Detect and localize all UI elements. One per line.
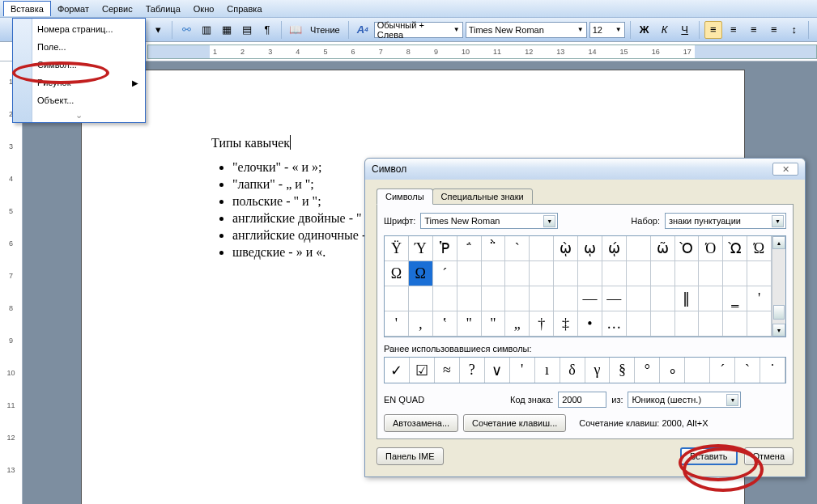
symbol-cell[interactable]: [675, 261, 700, 286]
inserttable-button[interactable]: ▦: [218, 21, 236, 39]
symbol-cell[interactable]: [482, 261, 506, 286]
menu-help[interactable]: Справка: [220, 2, 268, 16]
bold-button[interactable]: Ж: [636, 21, 653, 39]
symbol-cell[interactable]: [482, 286, 506, 311]
symbol-cell[interactable]: [457, 286, 482, 311]
symbol-cell[interactable]: [578, 261, 602, 286]
symbol-cell[interactable]: ῴ: [602, 236, 627, 261]
menu-picture[interactable]: Рисунок▶: [13, 74, 145, 91]
menu-field[interactable]: Поле...: [13, 38, 145, 56]
recent-symbol-cell[interactable]: ?: [460, 358, 485, 383]
dialog-titlebar[interactable]: Символ ✕: [365, 159, 805, 180]
symbol-cell[interactable]: ῳ: [578, 236, 602, 261]
recent-symbol-cell[interactable]: ˙: [760, 358, 785, 383]
menu-table[interactable]: Таблица: [139, 2, 187, 16]
recent-symbol-cell[interactable]: [685, 358, 710, 383]
recent-symbol-cell[interactable]: §: [610, 358, 635, 383]
symbol-cell[interactable]: [651, 286, 675, 311]
symbol-cell[interactable]: ῶ: [651, 236, 675, 261]
symbol-cell[interactable]: Ὸ: [675, 236, 700, 261]
symbol-cell[interactable]: Ὼ: [723, 236, 747, 261]
hyperlink-button[interactable]: ⚯: [177, 21, 195, 39]
symbol-cell[interactable]: [530, 236, 554, 261]
horizontal-ruler[interactable]: 1234567891011121314151617: [147, 44, 817, 59]
code-input[interactable]: 2000: [558, 392, 606, 408]
subset-dropdown[interactable]: знаки пунктуации▼: [665, 213, 786, 229]
symbol-cell[interactable]: [385, 286, 409, 311]
menu-page-numbers[interactable]: Номера страниц...: [13, 20, 145, 38]
linespacing-button[interactable]: ↕: [785, 21, 803, 39]
symbol-cell[interactable]: Ϋ: [385, 236, 409, 261]
ime-panel-button[interactable]: Панель IME: [377, 447, 444, 465]
vertical-ruler[interactable]: 12345678910111213: [0, 61, 23, 504]
borders-button[interactable]: ▥: [198, 21, 215, 39]
align-center-button[interactable]: ≡: [725, 21, 743, 39]
symbol-cell[interactable]: [554, 261, 578, 286]
symbol-cell[interactable]: †: [530, 311, 554, 337]
symbol-cell[interactable]: Ω: [385, 261, 409, 286]
symbol-cell[interactable]: [530, 261, 554, 286]
recent-symbol-cell[interactable]: °: [635, 358, 660, 383]
symbol-cell[interactable]: ´: [433, 261, 457, 286]
menu-window[interactable]: Окно: [187, 2, 221, 16]
scroll-thumb[interactable]: [773, 305, 785, 320]
recent-symbol-cell[interactable]: ı: [535, 358, 560, 383]
undo-dropdown-button[interactable]: ▾: [149, 21, 167, 39]
reading-icon[interactable]: 📖: [287, 21, 304, 39]
font-combo[interactable]: Times New Roman▼: [466, 22, 587, 38]
scroll-up-button[interactable]: ▲: [772, 236, 785, 249]
symbol-cell[interactable]: [409, 286, 433, 311]
symbol-cell[interactable]: [627, 261, 651, 286]
style-combo[interactable]: Обычный + Слева▼: [374, 22, 463, 38]
showall-button[interactable]: ¶: [258, 21, 276, 39]
symbol-cell[interactable]: [457, 261, 482, 286]
scroll-down-button[interactable]: ▼: [772, 324, 785, 337]
symbol-cell[interactable]: [699, 286, 723, 311]
symbol-cell[interactable]: [699, 311, 723, 337]
symbol-cell[interactable]: Ύ: [409, 236, 433, 261]
symbol-scrollbar[interactable]: ▲ ▼: [772, 236, 785, 337]
symbol-cell[interactable]: Ῥ: [433, 236, 457, 261]
menu-tools[interactable]: Сервис: [96, 2, 139, 16]
dialog-close-button[interactable]: ✕: [772, 163, 798, 176]
symbol-cell[interactable]: [602, 261, 627, 286]
recent-symbol-cell[interactable]: ≈: [435, 358, 460, 383]
scroll-track[interactable]: [772, 249, 785, 324]
symbol-cell[interactable]: [627, 311, 651, 337]
recent-symbol-cell[interactable]: ∘: [660, 358, 685, 383]
from-dropdown[interactable]: Юникод (шестн.)▼: [628, 392, 741, 408]
menu-format[interactable]: Формат: [51, 2, 96, 16]
symbol-cell[interactable]: [747, 311, 772, 337]
symbol-cell[interactable]: •: [578, 311, 602, 337]
symbol-cell[interactable]: Ώ: [747, 236, 772, 261]
symbol-cell[interactable]: [627, 236, 651, 261]
symbol-cell[interactable]: [723, 261, 747, 286]
menu-symbol[interactable]: Символ...: [13, 56, 145, 74]
cancel-button[interactable]: Отмена: [744, 447, 794, 465]
tab-symbols[interactable]: Символы: [377, 188, 433, 205]
shortcut-button[interactable]: Сочетание клавиш...: [463, 414, 566, 432]
styleswitch-button[interactable]: A4: [354, 21, 372, 39]
menu-expand-button[interactable]: ⌄: [13, 109, 145, 121]
symbol-cell[interactable]: [651, 261, 675, 286]
recent-symbol-cell[interactable]: δ: [560, 358, 585, 383]
symbol-cell[interactable]: ΅: [457, 236, 482, 261]
recent-symbol-cell[interactable]: ´: [710, 358, 735, 383]
symbol-cell[interactable]: [723, 311, 747, 337]
symbol-cell[interactable]: „: [505, 311, 530, 337]
symbol-cell[interactable]: [505, 286, 530, 311]
symbol-cell[interactable]: [505, 261, 530, 286]
recent-symbol-cell[interactable]: ': [510, 358, 535, 383]
autocorrect-button[interactable]: Автозамена...: [384, 414, 458, 432]
symbol-cell[interactable]: [530, 286, 554, 311]
underline-button[interactable]: Ч: [676, 21, 694, 39]
symbol-cell[interactable]: …: [602, 311, 627, 337]
symbol-cell[interactable]: ‗: [723, 286, 747, 311]
fontsize-combo[interactable]: 12▼: [589, 22, 625, 38]
symbol-cell[interactable]: [747, 261, 772, 286]
symbol-cell[interactable]: ": [457, 311, 482, 337]
symbol-cell[interactable]: [651, 311, 675, 337]
symbol-cell[interactable]: [699, 261, 723, 286]
symbol-cell[interactable]: ‛: [433, 311, 457, 337]
symbol-cell[interactable]: ‚: [409, 311, 433, 337]
